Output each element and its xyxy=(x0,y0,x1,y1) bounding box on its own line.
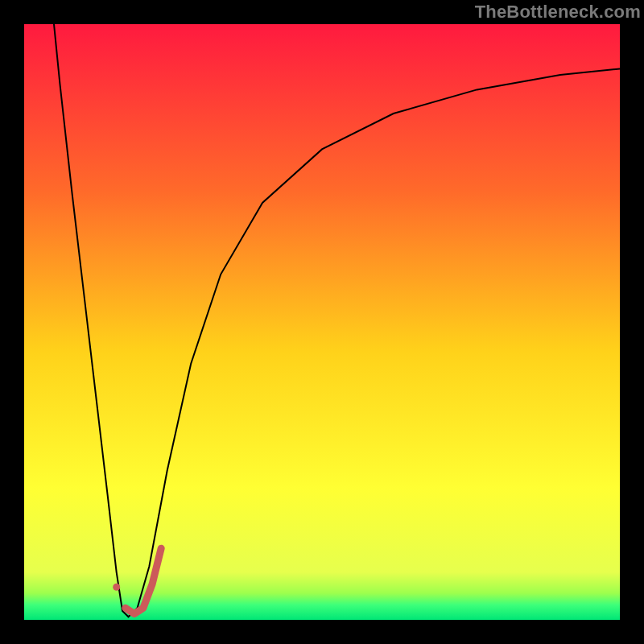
plot-area xyxy=(24,24,620,620)
watermark-text: TheBottleneck.com xyxy=(475,2,641,23)
chart-frame: TheBottleneck.com xyxy=(0,0,644,644)
marker-dot xyxy=(113,584,120,591)
chart-background xyxy=(24,24,620,620)
chart-svg xyxy=(24,24,620,620)
marker-layer xyxy=(113,584,120,591)
